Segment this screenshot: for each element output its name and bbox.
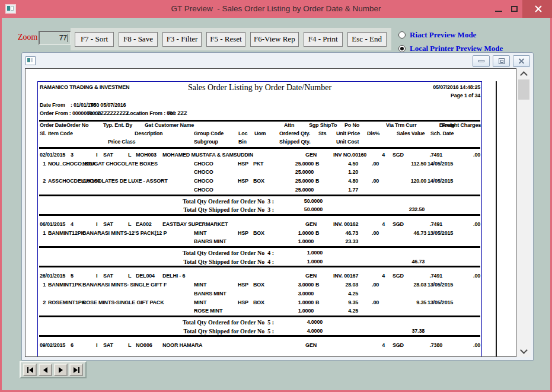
column-header: Order Date: [40, 122, 66, 129]
previous-record-button[interactable]: [39, 364, 52, 376]
preview-minimize-icon[interactable]: [473, 55, 490, 67]
column-header: Dis%: [367, 130, 379, 137]
report-rule: [39, 195, 480, 196]
column-header: Sl.: [40, 130, 46, 137]
column-header: Group Code: [194, 130, 224, 137]
item-row-cell: CHOCO: [194, 178, 213, 184]
radio-icon[interactable]: [398, 45, 406, 52]
first-record-button[interactable]: [23, 364, 37, 376]
app-window: GT Preview - Sales Order Listing by Orde…: [0, 0, 552, 392]
next-record-button[interactable]: [54, 364, 68, 376]
preview-window-icon: [25, 56, 36, 65]
report-rule: [39, 315, 480, 317]
item-row-cell: BANMINT12PK: [48, 230, 85, 237]
total-sales-value: 37.38: [324, 328, 425, 334]
column-header: Uom: [254, 130, 266, 137]
mode-riact-preview[interactable]: Riact Preview Mode: [398, 28, 503, 42]
order-row-cell: L: [128, 342, 131, 349]
item-row-cell: 1: [25, 230, 46, 237]
total-sales-value: 232.50: [324, 206, 425, 213]
toolbar-button-f4-print[interactable]: F4 - Print: [304, 32, 343, 47]
item-row-cell: CHOCO: [194, 161, 213, 167]
order-row-cell: I: [96, 152, 97, 158]
toolbar-buttons: F7 - SortF8 - SaveF3 - FilterF5 - ResetF…: [71, 28, 391, 50]
radio-icon[interactable]: [398, 31, 406, 39]
column-header: Description: [135, 130, 162, 137]
report-rule: [39, 120, 480, 122]
order-row-cell: L: [128, 152, 131, 158]
toolbar-button-esc-end[interactable]: Esc - End: [347, 32, 387, 47]
item-row-cell: MINT: [194, 282, 206, 288]
order-row-cell: NO006: [136, 342, 152, 349]
column-header: Shipped Qty.: [279, 139, 310, 145]
order-row-cell: I: [96, 342, 97, 349]
maximize-icon[interactable]: [506, 0, 522, 18]
toolbar-button-f3-filter[interactable]: F3 - Filter: [162, 32, 202, 47]
order-row-cell: I: [96, 221, 97, 228]
column-header: Freight Charges: [380, 122, 481, 129]
zoom-value: 77: [59, 34, 67, 42]
order-row-cell: 3: [71, 152, 74, 158]
item-row-cell: 1: [25, 282, 46, 288]
report-rule: [39, 214, 480, 216]
column-header: Sgp ShipTo: [309, 122, 337, 129]
last-record-button[interactable]: [69, 364, 83, 376]
column-header: Ordered Qty.: [279, 130, 310, 137]
item-row-cell: 9.35: [326, 299, 426, 306]
page-edge-shadow: [496, 81, 497, 356]
preview-close-icon[interactable]: [513, 55, 530, 67]
zoom-input[interactable]: 77: [39, 31, 71, 45]
item-row-cell: 1: [25, 161, 46, 167]
item-subrow-cell: 1.20: [257, 169, 358, 176]
zoom-label: Zoom: [18, 33, 37, 42]
report-filter: To : ZZZ: [167, 110, 187, 117]
item-row-cell: 13/05/2015: [427, 282, 453, 288]
close-icon[interactable]: [522, 0, 552, 18]
item-row-cell: 2: [25, 299, 46, 306]
item-row-cell: ROSEMINT1PK: [48, 299, 85, 306]
order-row-cell: EA002: [136, 221, 152, 228]
order-row-cell: SAT: [103, 273, 113, 279]
report-filter: To : 05/07/2016: [90, 102, 126, 109]
column-header: Bin: [238, 139, 247, 145]
column-header: Attn: [284, 122, 294, 129]
total-shipped-value: 4.0000: [222, 328, 323, 334]
toolbar-button-f5-reset[interactable]: F5 - Reset: [206, 32, 245, 47]
item-row-cell: 46.73: [326, 230, 426, 237]
toolbar-button-f7-sort[interactable]: F7 - Sort: [75, 32, 114, 47]
order-row-cell: .00: [379, 152, 480, 158]
total-shipped-value: 50.0000: [222, 206, 323, 213]
total-ordered-value: 1.0000: [222, 250, 323, 256]
item-subrow-cell: 4.25: [257, 291, 358, 297]
order-row-cell: .00: [379, 342, 480, 349]
preview-restore-icon[interactable]: [493, 55, 510, 67]
report-page: RAMANICO TRADING & INVESTMEN Sales Order…: [37, 81, 482, 357]
order-row-cell: L: [128, 221, 131, 228]
minimize-icon[interactable]: [490, 0, 506, 18]
order-row-cell: 6: [71, 342, 74, 349]
item-subrow-cell: 1.77: [257, 187, 358, 193]
report-page-number: Page 1 of 34: [385, 93, 480, 99]
preview-window: RAMANICO TRADING & INVESTMEN Sales Order…: [21, 52, 534, 361]
total-sales-value: 46.73: [324, 259, 425, 265]
item-row-cell: MINT: [194, 299, 206, 306]
vertical-scrollbar[interactable]: [516, 68, 531, 357]
item-row-cell: 14/05/2015: [427, 178, 453, 184]
scrollbar-thumb[interactable]: [518, 79, 529, 100]
window-title: GT Preview - Sales Order Listing by Orde…: [0, 0, 552, 18]
order-row-cell: 5: [71, 273, 74, 279]
scroll-up-icon[interactable]: [517, 69, 531, 79]
item-row-cell: BANARASI MINTS-12'S PACK(12 P: [82, 230, 193, 237]
order-row-cell: 09/02/2015: [40, 342, 65, 349]
column-header: Sch. Date: [430, 130, 454, 137]
order-row-cell: DEL004: [136, 273, 155, 279]
column-header: Subgroup: [194, 139, 218, 145]
column-header: Price Class: [108, 139, 135, 145]
item-row-cell: BANARASI MINTS- SINGLE GIFT F: [82, 282, 193, 288]
order-row-cell: .00: [379, 273, 480, 279]
order-row-cell: I: [96, 273, 97, 279]
report-canvas: RAMANICO TRADING & INVESTMEN Sales Order…: [25, 68, 516, 357]
toolbar-button-f6-view-rep[interactable]: F6-View Rep: [250, 32, 299, 47]
toolbar-button-f8-save[interactable]: F8 - Save: [119, 32, 158, 47]
scroll-down-icon[interactable]: [517, 346, 531, 356]
